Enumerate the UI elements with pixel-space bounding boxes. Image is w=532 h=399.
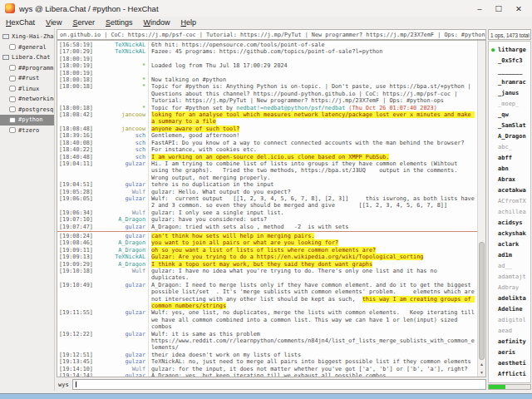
user-item[interactable]: achillea [489, 206, 530, 217]
timestamp: [18:39:16] [57, 132, 94, 139]
user-nick: achillea [498, 209, 526, 215]
message-segment: Gulzar: Are you trying to do a https://e… [151, 254, 423, 260]
menu-item-server[interactable]: Server [72, 18, 95, 27]
user-item[interactable]: _hramrac [489, 76, 530, 87]
timestamp: [19:12:22] [57, 331, 94, 352]
channel-row-python[interactable]: #python [0, 115, 54, 126]
channel-label: #networking [18, 96, 54, 102]
timestamp: [16:58:19] [57, 42, 94, 48]
menu-item-view[interactable]: View [46, 18, 62, 27]
timestamp: [19:08:46] [57, 239, 94, 246]
channel-row-tzero[interactable]: #tzero [0, 126, 54, 136]
topic-input[interactable]: on.github.io | CoC: https://j.mp/psf-coc… [57, 29, 486, 40]
user-item[interactable]: aeris [489, 347, 530, 357]
channel-icon [9, 86, 16, 91]
message-text: Topic for #python set by nedbat!=nedbat@… [149, 105, 477, 111]
user-nick: adamtajt [498, 273, 526, 280]
menu-item-window[interactable]: Window [143, 18, 170, 27]
message-text: 6th hit: https://opensource.com/tools/po… [149, 42, 477, 48]
network-row[interactable]: Xing-Hai-Zhai [0, 32, 54, 42]
user-item[interactable]: adigitol [489, 314, 530, 325]
channel-row-programming[interactable]: ##programming [0, 63, 54, 74]
user-item[interactable]: ad__ [489, 260, 530, 271]
user-item[interactable]: agireud [489, 379, 530, 383]
menu-item-settings[interactable]: Settings [106, 18, 133, 27]
user-item[interactable]: _qw [489, 109, 530, 120]
user-item[interactable]: Afflicti [489, 368, 530, 379]
message-text: A_Dragon: I need to merge lists only if … [149, 282, 477, 310]
user-item[interactable]: ad1m [489, 249, 530, 260]
user-item[interactable]: Adbray [489, 282, 530, 293]
message-text: I am working on an open-source del.icio.… [149, 154, 477, 160]
nick: gulzar [94, 195, 149, 209]
channel-row-general[interactable]: #general [0, 42, 54, 53]
channel-row-postgresql[interactable]: #postgresql [0, 105, 54, 116]
user-nick: _moep_ [498, 101, 519, 107]
user-item[interactable]: aead [489, 325, 530, 336]
user-item[interactable]: aclark [489, 239, 530, 249]
user-item[interactable]: Adeline [489, 303, 530, 314]
nick [94, 56, 149, 62]
timestamp: [19:10:49] [57, 282, 94, 310]
channel-label: #tzero [18, 127, 39, 134]
user-item[interactable]: acidsys [489, 217, 530, 228]
user-item[interactable]: acetakwa [489, 185, 530, 195]
scrollbar-thumb[interactable] [479, 242, 485, 360]
message-segment: loking for an analyse tool which measure… [151, 111, 475, 125]
user-item[interactable]: _janus [489, 87, 530, 98]
message-input[interactable] [73, 380, 485, 389]
nick: * [94, 105, 149, 111]
timestamp: [19:13:45] [57, 358, 94, 365]
user-item[interactable]: Abrax [489, 174, 530, 185]
channel-row-rust[interactable]: ##rust [0, 73, 54, 84]
user-item[interactable]: aestheti [489, 357, 530, 368]
message-segment: (Thu Oct 26 01:07:40 2023) [348, 105, 436, 111]
nick: jancoow [94, 126, 149, 132]
user-item[interactable]: abn [489, 163, 530, 174]
message-text [149, 70, 477, 76]
user-item[interactable]: abc_ [489, 141, 530, 152]
user-item[interactable]: abff [489, 152, 530, 163]
user-item[interactable]: _SamSlat [489, 120, 530, 131]
chat-scrollbar[interactable]: ▲ ▼ [477, 41, 485, 377]
maximize-button[interactable]: ☐ [495, 4, 503, 13]
nick: jancoow [94, 111, 149, 126]
menu-item-help[interactable]: Help [180, 18, 196, 27]
message-text: FastAPI: Do you know of a way to connect… [149, 140, 477, 146]
userlist-header: 1 ops, 1473 total [488, 29, 531, 40]
timestamp: [18:08:42] [57, 111, 94, 126]
user-item[interactable]: _moep_ [489, 98, 530, 109]
channel-row-linux[interactable]: #linux [0, 84, 54, 95]
menu-item-hexchat[interactable]: HexChat [6, 18, 35, 27]
minimize-button[interactable]: – [477, 4, 481, 13]
user-item[interactable]: ACfromTX [489, 195, 530, 206]
message-row: [18:40:22]schFor instance, with cookies … [57, 146, 477, 153]
channel-icon [9, 106, 16, 112]
user-item[interactable]: A_Dragon [489, 131, 530, 141]
message-text: Gulzar: Are you trying to do a https://e… [149, 254, 477, 260]
user-item[interactable]: ●litharge [489, 44, 530, 55]
close-button[interactable]: ✕ [515, 4, 522, 13]
network-row[interactable]: Libera.Chat [0, 52, 54, 63]
user-item[interactable]: ackyshak [489, 228, 530, 239]
message-row: [19:07:47]gulzarA_Dragon: tried with set… [57, 224, 477, 230]
message-text: Topic for #python is: Anything Python is… [149, 83, 477, 104]
message-row: [18:39:16]schGentlemen, good afternoon! [57, 132, 477, 139]
user-item[interactable]: _0x5fc3 [489, 55, 530, 66]
chat-area[interactable]: [16:58:19]TeXNickAL6th hit: https://open… [57, 40, 486, 377]
scroll-down-icon[interactable]: ▼ [478, 368, 485, 377]
user-item[interactable]: _______ [489, 66, 530, 76]
message-text: I think a topo sort may work, but they s… [149, 261, 477, 268]
timestamp: [19:09:11] [57, 247, 94, 254]
hexchat-app-icon [5, 3, 15, 13]
nick: gulzar [94, 160, 149, 181]
channel-row-networking[interactable]: #networking [0, 94, 54, 105]
user-nick: A_Dragon [498, 133, 526, 140]
user-item[interactable]: adamtajt [489, 271, 530, 282]
timestamp: [19:14:10] [57, 366, 94, 372]
message-text: For instance, with cookies etc. [149, 146, 477, 153]
user-nick: _______ [498, 68, 523, 75]
scroll-up-icon[interactable]: ▲ [478, 360, 485, 368]
user-item[interactable]: adelikta [489, 293, 530, 303]
user-item[interactable]: aefinity [489, 336, 530, 347]
